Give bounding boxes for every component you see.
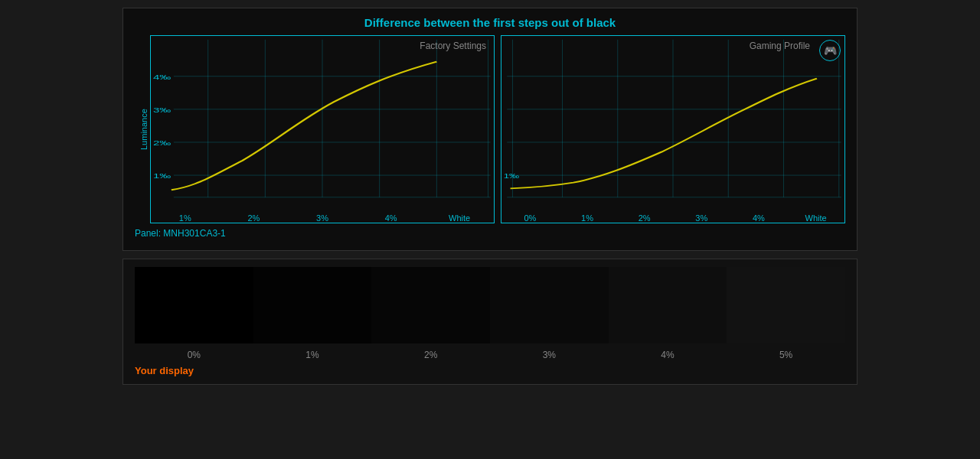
x-label: 2% [633,213,656,223]
x-label: 2% [242,213,265,223]
gaming-icon: 🎮 [819,40,841,61]
x-label: 3% [690,213,713,223]
svg-text:1‰: 1‰ [153,172,172,181]
chart-left-x-labels: 1% 2% 3% 4% White [151,212,494,223]
your-display-label: Your display [135,365,845,376]
x-label: 4% [380,213,403,223]
band-3 [490,267,609,343]
band-4 [609,267,727,343]
chart-left-svg: 1‰ 2‰ 3‰ 4‰ [151,36,494,212]
svg-text:2‰: 2‰ [153,138,172,147]
band-1 [253,267,372,343]
x-label: 4% [747,213,770,223]
x-label-0: 0% [178,350,209,360]
chart-left: Factory Settings [150,35,495,223]
x-label: 3% [311,213,334,223]
y-axis-label: Luminance [135,35,150,223]
x-label-5: 5% [771,350,802,360]
display-bands [135,267,845,343]
chart-right-label: Gaming Profile [750,41,810,51]
x-label: White [805,213,828,223]
charts-area: Factory Settings [150,35,845,223]
x-label-3: 3% [534,350,564,360]
display-area [135,267,845,343]
svg-text:1‰: 1‰ [504,172,519,179]
x-label: 0% [518,213,541,223]
top-panel: Difference between the first steps out o… [122,8,858,251]
svg-text:4‰: 4‰ [153,73,172,81]
main-container: Difference between the first steps out o… [0,0,980,459]
x-label: White [448,213,471,223]
x-label: 1% [174,213,197,223]
chart-title: Difference between the first steps out o… [135,16,845,29]
band-2 [371,267,490,343]
x-label-4: 4% [652,350,683,360]
x-label-2: 2% [416,350,446,360]
svg-text:3‰: 3‰ [153,106,172,114]
chart-right-svg: 1‰ [501,36,844,212]
x-label: 1% [576,213,599,223]
x-label-1: 1% [297,350,328,360]
charts-row: Luminance Factory Settings [135,35,845,223]
bottom-panel: 0% 1% 2% 3% 4% 5% Your display [122,259,858,385]
chart-right: Gaming Profile 🎮 [501,35,845,223]
x-axis-bottom: 0% 1% 2% 3% 4% 5% [135,347,845,363]
band-5 [727,267,845,343]
chart-right-x-labels: 0% 1% 2% 3% 4% White [501,212,844,223]
chart-left-label: Factory Settings [420,41,486,51]
band-0 [135,267,253,343]
panel-info: Panel: MNH301CA3-1 [135,228,845,239]
